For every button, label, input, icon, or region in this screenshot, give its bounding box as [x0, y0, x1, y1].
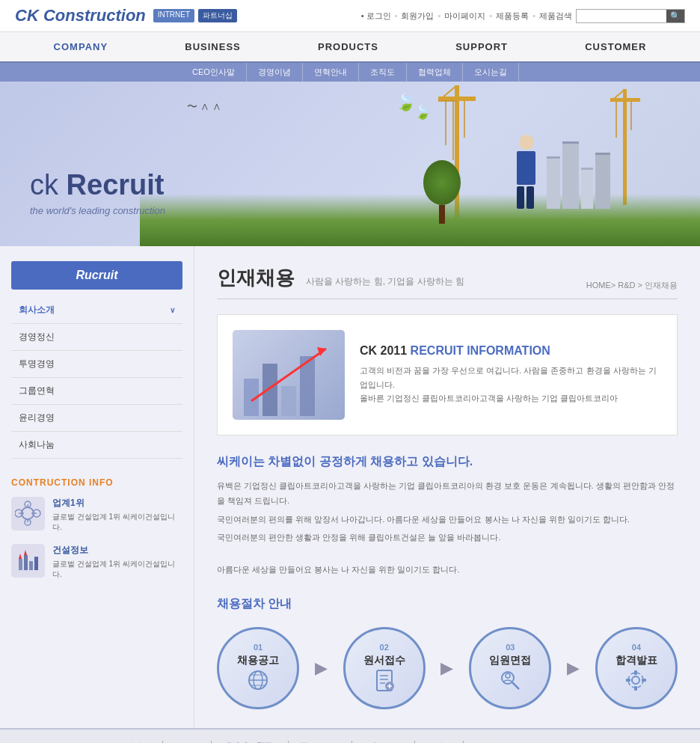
svg-marker-25	[19, 554, 22, 559]
buildings-decoration	[547, 141, 610, 209]
main-nav: COMPANY BUSINESS PRODUCTS SUPPORT CUSTOM…	[0, 32, 700, 63]
product-reg-link[interactable]: 제품등록	[496, 10, 529, 22]
login-link[interactable]: • 로그인	[361, 10, 391, 22]
hero-title: ck Recruit	[30, 169, 165, 201]
nav-item-products[interactable]: PRODUCTS	[303, 32, 393, 61]
svg-rect-7	[623, 89, 627, 205]
header: CK Construction INTRNET 파트너십 • 로그인 • 회원가…	[0, 0, 700, 32]
svg-rect-53	[642, 679, 646, 682]
recruit-info-heading: CK 2011 RECRUIT INFORMATION	[360, 344, 662, 358]
recruit-info-text: CK 2011 RECRUIT INFORMATION 고객의 비전과 꿈을 가…	[360, 344, 662, 406]
register-link[interactable]: 회원가입	[401, 10, 434, 22]
recruit-info-box: CK 2011 RECRUIT INFORMATION 고객의 비전과 꿈을 가…	[217, 314, 678, 435]
sidebar-item-company-intro[interactable]: 회사소개 ∨	[11, 297, 182, 324]
step-arrow-1: ▶	[315, 658, 328, 678]
subnav-directions[interactable]: 오시는길	[463, 63, 519, 82]
sidebar-info-text-1: 업계1위 글로벌 건설업계 1위 씨케이건설입니다.	[52, 497, 182, 533]
mypage-link[interactable]: 마이페이지	[444, 10, 485, 22]
page-subtitle: 사람을 사랑하는 힘, 기업을 사랑하는 힘	[306, 275, 464, 288]
sidebar-menu: 회사소개 ∨ 경영정신 투명경영 그룹연혁 윤리경영 사회나눔	[11, 297, 182, 459]
step-circle-3: 03 임원면접	[469, 627, 551, 709]
globe-icon	[245, 667, 271, 694]
hero-banner: 〜 ∧ ∧ 🍃 🍃 ck Recruit the world's leading…	[0, 82, 700, 246]
grass-decoration	[140, 194, 700, 246]
sidebar-item-transparent[interactable]: 투명경영	[11, 351, 182, 378]
sidebar-item-group-history[interactable]: 그룹연혁	[11, 378, 182, 405]
process-section: 채용절차 안내 01 채용공고	[217, 596, 678, 709]
svg-point-47	[506, 673, 510, 678]
search-button[interactable]: 🔍	[666, 10, 684, 22]
document-icon	[371, 667, 397, 694]
recruit-desc-2: 올바른 기업정신 클립아트코리아고객을 사랑하는 기업 클립아트코리아	[360, 391, 662, 406]
svg-point-48	[632, 676, 639, 684]
main-text-p2: 국민여러분의 편의를 위해 앞장서 나아갑니다. 아름다운 세상을 만들어요 봉…	[217, 513, 678, 528]
sidebar-item-social[interactable]: 사회나눔	[11, 432, 182, 459]
step-circle-4: 04 합격발표	[595, 627, 678, 709]
main-text-heading: 씨케이는 차별없이 공정하게 채용하고 있습니다.	[217, 454, 678, 470]
logo-text: CK Construction	[15, 6, 146, 25]
hero-subtitle: the world's leading construction	[30, 205, 165, 216]
svg-rect-22	[24, 555, 28, 570]
sub-nav: CEO인사말 경영이념 연혁안내 조직도 협력업체 오시는길	[0, 63, 700, 82]
badge-partner: 파트너십	[198, 9, 237, 22]
step-arrow-2: ▶	[440, 658, 453, 678]
nav-item-business[interactable]: BUSINESS	[170, 32, 255, 61]
process-step-2: 02 원서접수	[343, 627, 426, 709]
gear-icon	[623, 667, 649, 694]
process-steps: 01 채용공고 ▶	[217, 627, 678, 709]
step-arrow-3: ▶	[567, 658, 580, 678]
process-step-4: 04 합격발표	[595, 627, 678, 709]
subnav-ceo[interactable]: CEO인사말	[181, 63, 247, 82]
subnav-history[interactable]: 연혁안내	[303, 63, 359, 82]
recruit-desc-1: 고객의 비전과 꿈을 가장 우선으로 여깁니다. 사람을 존중하고 환경을 사랑…	[360, 364, 662, 391]
search-people-icon	[497, 667, 524, 694]
process-step-3: 03 임원면접	[469, 627, 551, 709]
process-title: 채용절차 안내	[217, 596, 678, 612]
recruit-visual	[233, 330, 345, 420]
nav-link-customer[interactable]: CUSTOMER	[570, 32, 661, 61]
nav-item-company[interactable]: COMPANY	[39, 32, 123, 61]
search-input[interactable]	[577, 10, 666, 22]
rank-icon	[11, 497, 45, 531]
sidebar-title: Rucruit	[11, 261, 182, 290]
sidebar-info-item-2: 건설정보 글로벌 건설업계 1위 씨케이건설입니다.	[11, 544, 182, 580]
nav-item-customer[interactable]: CUSTOMER	[570, 32, 661, 61]
birds-decoration: 〜 ∧ ∧	[187, 100, 221, 114]
product-search-link[interactable]: 제품검색	[539, 10, 572, 22]
svg-rect-51	[634, 686, 637, 691]
main-text-p1: 유백은 기업정신 클립아트코리아고객을 사랑하는 기업 클립아트코리아의 환경 …	[217, 479, 678, 509]
main-text-p3: 국민여러분의 편안한 생활과 안정을 위해 클립아트건설은 늘 앞을 바라봅니다…	[217, 531, 678, 545]
sidebar-item-management-spirit[interactable]: 경영정신	[11, 324, 182, 351]
search-box: 🔍	[576, 9, 685, 23]
svg-line-46	[512, 682, 519, 689]
main-text-section: 씨케이는 차별없이 공정하게 채용하고 있습니다. 유백은 기업정신 클립아트코…	[217, 454, 678, 578]
person-silhouette	[517, 135, 535, 209]
svg-marker-26	[24, 550, 27, 555]
logo-badges: INTRNET 파트너십	[153, 9, 237, 22]
footer: CK Construction 회사소개 이용약관 개인정보취급방침 품질보증정…	[0, 728, 700, 743]
chevron-icon: ∨	[170, 306, 175, 314]
subnav-management[interactable]: 경영이념	[247, 63, 303, 82]
sidebar-info-title: CONTRUCTION INFO	[11, 477, 182, 488]
breadcrumb: HOME> R&D > 인재채용	[586, 280, 678, 291]
svg-rect-21	[19, 559, 22, 570]
page-title: 인재채용	[217, 265, 295, 291]
sidebar-item-ethics[interactable]: 윤리경영	[11, 405, 182, 432]
main-text-p5: 아름다운 세상을 만들어요 봉사는 나 자신을 위한 일이기도 합니다.	[217, 563, 678, 578]
badge-intrnet: INTRNET	[153, 9, 194, 22]
nav-item-support[interactable]: SUPPORT	[440, 32, 523, 61]
nav-link-products[interactable]: PRODUCTS	[303, 32, 393, 61]
nav-link-company[interactable]: COMPANY	[39, 32, 123, 61]
tree-decoration	[423, 160, 461, 224]
sidebar: Rucruit 회사소개 ∨ 경영정신 투명경영 그룹연혁 윤리경영 사회나눔	[0, 246, 194, 728]
svg-rect-29	[281, 386, 296, 416]
logo-block: CK Construction INTRNET 파트너십	[15, 6, 237, 25]
subnav-org[interactable]: 조직도	[359, 63, 407, 82]
page-header: 인재채용 사람을 사랑하는 힘, 기업을 사랑하는 힘 HOME> R&D > …	[217, 265, 678, 299]
step-circle-2: 02 원서접수	[343, 627, 426, 709]
main-content: 인재채용 사람을 사랑하는 힘, 기업을 사랑하는 힘 HOME> R&D > …	[194, 246, 700, 728]
nav-link-business[interactable]: BUSINESS	[170, 32, 255, 61]
subnav-partner[interactable]: 협력업체	[407, 63, 463, 82]
step-circle-1: 01 채용공고	[217, 627, 299, 709]
nav-link-support[interactable]: SUPPORT	[440, 32, 523, 61]
